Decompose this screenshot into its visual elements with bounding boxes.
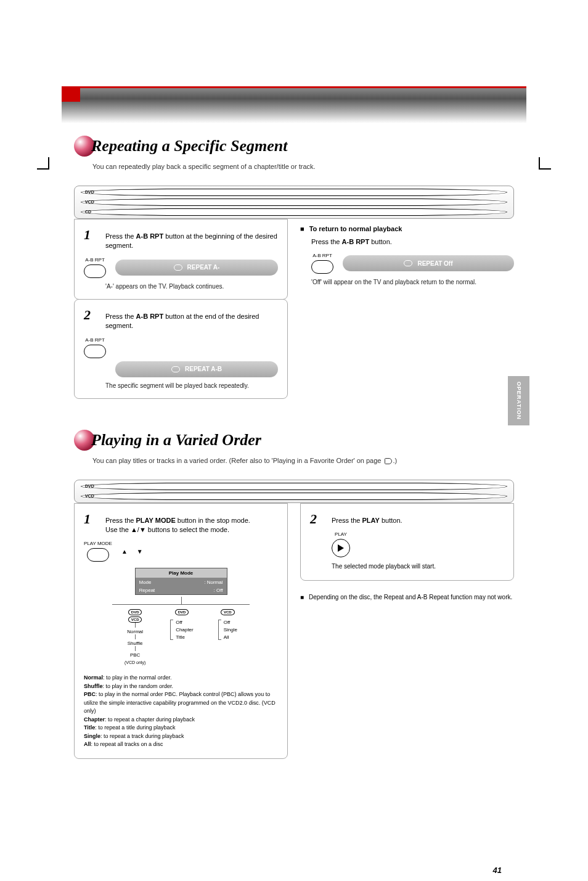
tree-node: Chapter [176, 627, 193, 633]
play-mode-button-icon [87, 548, 109, 562]
step-2-box: 2 Press the PLAY button. PLAY The sele [300, 503, 514, 581]
tree-node: Off [224, 620, 237, 625]
step-note: The specific segment will be played back… [105, 382, 278, 389]
dvd-badge: DVD [128, 609, 142, 615]
tree-node-sub: (VCD only) [125, 660, 145, 665]
step-note: 'A-' appears on the TV. Playback continu… [105, 283, 278, 290]
step-instruction-line2: Use the ▲/▼ buttons to select the mode. [105, 525, 278, 535]
button-label: PLAY MODE [84, 541, 112, 546]
page-ref-icon [385, 458, 392, 464]
dvd-badge: DVD [81, 189, 507, 196]
crop-mark [533, 878, 551, 881]
step-1-box: 1 Press the A-B RPT button at the beginn… [74, 219, 288, 300]
step-1-box: 1 Press the PLAY MODE button in the stop… [74, 503, 288, 759]
tree-node: All [224, 634, 237, 640]
button-label: A-B RPT [85, 337, 105, 343]
vcd-badge: VCD [81, 493, 507, 500]
cancel-title: To return to normal playback [309, 225, 402, 232]
play-triangle-icon [338, 544, 344, 552]
section-subtitle: You can play titles or tracks in a varie… [92, 457, 588, 464]
vcd-badge: VCD [128, 617, 142, 623]
osd-display: REPEAT Off [343, 255, 514, 271]
ab-rpt-button-icon [84, 345, 106, 358]
side-tab-label: OPERATION [516, 382, 522, 420]
repeat-icon [171, 366, 180, 372]
mode-desc: Title: to repeat a title during playback [84, 724, 278, 732]
osd-display: REPEAT A-B [115, 361, 278, 377]
down-arrow-icon: ▼ [137, 548, 143, 555]
button-label: PLAY [335, 531, 347, 537]
step-number: 1 [84, 511, 91, 527]
cancel-note: 'Off' will appear on the TV and playback… [311, 279, 514, 285]
side-tab-operation: OPERATION [508, 376, 529, 425]
bullet-square-icon: ■ [300, 225, 304, 232]
bullet-square-icon: ■ [300, 593, 304, 602]
disc-badge-bar: DVD VCD CD [74, 186, 514, 219]
ab-rpt-button-icon [311, 260, 333, 274]
step-2-box: 2 Press the A-B RPT button at the end of… [74, 299, 288, 399]
vcd-badge: VCD [81, 199, 507, 206]
ab-rpt-button-icon [84, 264, 106, 278]
section-subtitle: You can repeatedly play back a specific … [92, 163, 588, 170]
up-arrow-icon: ▲ [121, 548, 128, 555]
crop-mark [533, 157, 551, 176]
mode-desc: Shuffle: to play in the random order. [84, 682, 278, 691]
tree-node: PBC [130, 649, 140, 658]
step-instruction: Press the A-B RPT button at the beginnin… [105, 232, 278, 251]
play-mode-menu: Play Mode Mode : Normal Repeat : Off [135, 568, 227, 595]
repeat-icon [174, 264, 182, 271]
tree-node: Shuffle [128, 637, 143, 646]
tree-node: Single [224, 627, 237, 633]
play-button-icon [332, 539, 350, 557]
step-instruction-line1: Press the PLAY MODE button in the stop m… [105, 516, 278, 525]
dvd-badge: DVD [175, 609, 189, 615]
step-number: 2 [84, 307, 91, 323]
mode-desc: Chapter: to repeat a chapter during play… [84, 716, 278, 724]
repeat-icon [404, 260, 412, 266]
menu-row-mode: Mode : Normal [136, 578, 227, 586]
mode-desc: Single: to repeat a track during playbac… [84, 732, 278, 741]
menu-title: Play Mode [136, 568, 227, 578]
note-text: Depending on the disc, the Repeat and A-… [309, 593, 512, 602]
vcd-badge: VCD [221, 609, 235, 615]
section-title: Repeating a Specific Segment [91, 137, 287, 155]
tree-node: Title [176, 634, 193, 640]
dvd-badge: DVD [81, 483, 507, 490]
cancel-instruction: Press the A-B RPT button. [311, 237, 514, 247]
tree-node: Normal [127, 625, 143, 634]
button-label: A-B RPT [312, 253, 332, 258]
page-number: 41 [493, 866, 502, 875]
step-note: The selected mode playback will start. [332, 562, 504, 571]
crop-mark [37, 878, 55, 881]
mode-tree: DVD VCD Normal Shuffle PBC (VCD only) DV… [84, 600, 278, 665]
header-banner [62, 86, 526, 123]
step-instruction: Press the A-B RPT button at the end of t… [105, 312, 278, 331]
menu-row-repeat: Repeat : Off [136, 586, 227, 594]
cd-badge: CD [81, 208, 507, 216]
button-label: A-B RPT [85, 257, 105, 263]
step-number: 1 [84, 227, 91, 243]
osd-display: REPEAT A- [115, 260, 278, 276]
step-number: 2 [310, 511, 317, 527]
crop-mark [37, 157, 55, 176]
step-instruction: Press the PLAY button. [332, 516, 504, 525]
disc-badge-bar: DVD VCD [74, 480, 514, 503]
section-title: Playing in a Varied Order [91, 431, 261, 449]
tree-node: Off [176, 620, 193, 625]
mode-desc: All: to repeat all tracks on a disc [84, 740, 278, 749]
mode-desc: PBC: to play in the normal order PBC. Pl… [84, 690, 278, 716]
mode-desc: Normal: to play in the normal order. [84, 674, 278, 682]
